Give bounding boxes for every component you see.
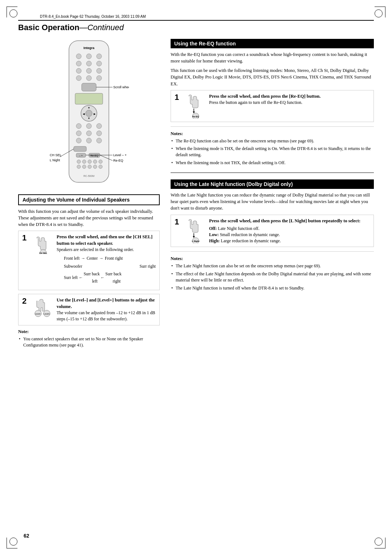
svg-point-37: [82, 160, 86, 163]
svg-text:Level – +: Level – +: [113, 153, 127, 157]
circle-mark-tr: [375, 9, 383, 17]
note-list: You cannot select speakers that are set …: [18, 336, 160, 349]
svg-text:▲: ▲: [88, 106, 90, 109]
svg-text:RC-500M: RC-500M: [83, 175, 94, 177]
svg-point-41: [77, 165, 81, 169]
svg-text:Level+: Level+: [44, 313, 50, 315]
svg-text:Re-EQ: Re-EQ: [113, 159, 123, 162]
svg-point-17: [86, 110, 92, 117]
option-high-label: High:: [209, 238, 220, 243]
diag-surr-right: Surr right: [140, 263, 156, 270]
re-eq-step1: 1 Re-EQ Press the scroll wheel, a: [171, 90, 374, 122]
step1-content: Press the scroll wheel, and then use the…: [57, 234, 156, 287]
left-note: Note: You cannot select speakers that ar…: [18, 329, 160, 349]
remote-svg: Integra: [49, 39, 129, 191]
late-night-step1-number: 1: [175, 218, 182, 226]
svg-point-43: [88, 165, 91, 169]
option-high-text: Large reduction in dynamic range.: [221, 238, 281, 243]
left-column: Integra: [18, 39, 160, 350]
svg-point-27: [97, 131, 102, 136]
adj-volume-section: Adjusting the Volume of Individual Speak…: [18, 194, 160, 349]
step1-row: 1 CH SEL: [22, 234, 156, 287]
late-night-step1-icon: L Night: [185, 218, 205, 243]
re-eq-intro: With the Re-EQ function you can correct …: [171, 51, 374, 64]
content-area: Integra: [18, 39, 374, 350]
svg-text:Level–: Level–: [35, 313, 41, 315]
circle-mark-br: [375, 538, 383, 546]
svg-text:Re-EQ: Re-EQ: [192, 116, 199, 118]
re-eq-step1-bold: Press the scroll wheel, and then press t…: [209, 94, 320, 99]
adj-volume-step1: 1 CH SEL: [18, 231, 160, 290]
circle-mark-tl: [9, 9, 17, 17]
svg-point-23: [86, 123, 91, 129]
re-eq-step1-icon: Re-EQ: [185, 93, 205, 119]
re-eq-note-3: When the listening mode is not THX, the …: [171, 160, 374, 166]
svg-point-13: [97, 76, 102, 81]
diag-surr-back-right: Surr back right: [105, 271, 121, 285]
svg-point-25: [76, 131, 81, 136]
late-night-notes-list: The Late Night function can also be set …: [171, 263, 374, 291]
svg-point-6: [86, 61, 91, 66]
svg-point-38: [88, 160, 91, 163]
step1-number: 1: [22, 234, 29, 242]
svg-point-45: [99, 165, 102, 169]
late-night-note-2: The effect of the Late Night function de…: [171, 271, 374, 284]
level-icon: Level– Level+: [33, 297, 53, 317]
re-eq-step1-row: 1 Re-EQ Press the scroll wheel, a: [175, 93, 370, 119]
svg-point-9: [86, 68, 91, 73]
diag-front-right: Front right: [105, 255, 123, 262]
title-main: Basic Operation: [18, 23, 79, 32]
svg-point-3: [86, 54, 91, 59]
l-night-icon: L Night: [187, 218, 205, 243]
step2-normal: The volume can be adjusted from –12 to +…: [57, 310, 155, 321]
svg-rect-14: [82, 83, 96, 91]
option-low-text: Small reduction in dynamic range.: [220, 232, 280, 237]
right-column: Using the Re-EQ function With the Re-EQ …: [171, 39, 374, 350]
page-title: Basic Operation—Continued: [18, 23, 374, 32]
page-number: 62: [24, 533, 29, 539]
svg-point-36: [77, 160, 81, 163]
svg-point-8: [76, 68, 81, 73]
re-eq-icon: Re-EQ: [187, 93, 205, 119]
step2-content: Use the [Level–] and [Level+] buttons to…: [57, 297, 156, 322]
note-title: Note:: [18, 329, 160, 335]
step2-row: 2 Level– Level+ Use the [Level–] a: [22, 297, 156, 322]
svg-point-24: [97, 123, 102, 129]
late-night-step1-content: Press the scroll wheel, and then press t…: [209, 218, 370, 244]
svg-text:L Night: L Night: [50, 158, 60, 162]
remote-illustration: Integra: [49, 39, 129, 191]
svg-point-26: [86, 131, 91, 136]
svg-rect-31: [74, 146, 86, 151]
svg-point-40: [99, 160, 102, 163]
adj-volume-intro: With this function you can adjust the vo…: [18, 208, 160, 228]
step2-bold: Use the [Level–] and [Level+] buttons to…: [57, 297, 155, 309]
svg-point-22: [76, 123, 81, 129]
re-eq-notes-list: The Re-EQ function can also be set on th…: [171, 138, 374, 166]
late-night-section: Using the Late Night function (Dolby Dig…: [171, 179, 374, 291]
svg-point-30: [97, 138, 102, 143]
page: DTR-8.4_En.book Page 62 Thursday, Octobe…: [0, 0, 392, 555]
re-eq-step1-normal: Press the button again to turn off the R…: [209, 100, 302, 105]
svg-text:Re-EQ: Re-EQ: [90, 154, 98, 157]
diag-center: Center: [87, 255, 98, 262]
option-low-label: Low:: [209, 232, 219, 237]
re-eq-details: This function can be used with the follo…: [171, 67, 374, 87]
svg-point-44: [93, 165, 97, 169]
note-item: You cannot select speakers that are set …: [18, 336, 160, 349]
svg-text:▼: ▼: [88, 117, 90, 119]
late-night-step1: 1 L Night Press the scroll wheel,: [171, 215, 374, 247]
step2-number: 2: [22, 297, 29, 305]
option-off: Off: Late Night function off.: [209, 226, 370, 232]
option-off-text: Late Night function off.: [218, 226, 259, 231]
diag-surr-back-left: Surr back left: [83, 271, 99, 285]
adj-volume-step2: 2 Level– Level+ Use the [Level–] a: [18, 294, 160, 325]
page-header: Basic Operation—Continued: [18, 20, 374, 32]
late-night-notes: Notes: The Late Night function can also …: [171, 256, 374, 291]
late-night-divider: [171, 251, 374, 252]
re-eq-divider: [171, 126, 374, 127]
ch-sel-icon: CH SEL: [34, 234, 52, 254]
svg-point-28: [76, 138, 81, 143]
svg-text:CH SEL: CH SEL: [50, 153, 62, 157]
svg-text:CH SEL: CH SEL: [39, 252, 47, 254]
step1-icon: CH SEL: [33, 234, 53, 254]
